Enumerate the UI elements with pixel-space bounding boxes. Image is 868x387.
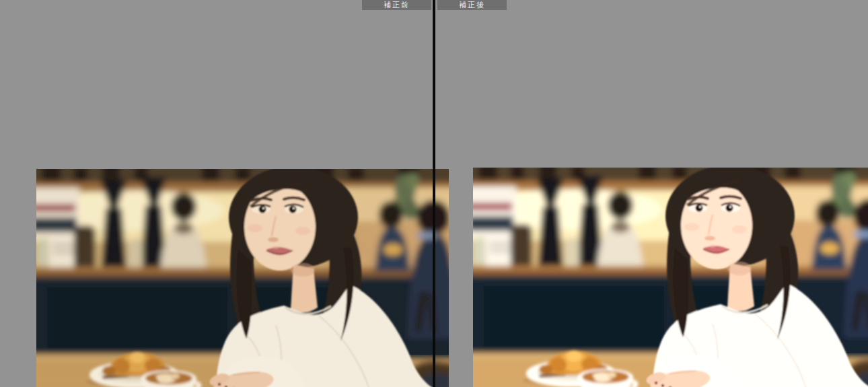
before-label-badge: 補正前 xyxy=(362,0,431,10)
panel-divider xyxy=(433,0,435,387)
before-after-compare-view: 補正前 補正後 xyxy=(0,0,868,387)
after-photo-image xyxy=(473,168,868,387)
before-photo-image xyxy=(36,169,449,387)
after-photo[interactable] xyxy=(473,168,868,387)
after-label-badge: 補正後 xyxy=(437,0,507,10)
before-photo[interactable] xyxy=(36,169,449,387)
